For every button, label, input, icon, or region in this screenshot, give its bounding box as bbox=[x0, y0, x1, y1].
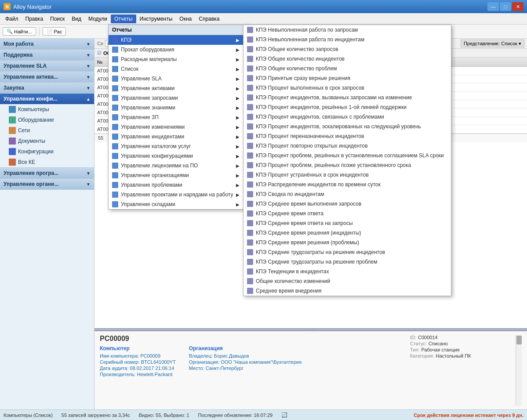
kpe-item-11[interactable]: КПЭ Процент инцидентов, эскалированных н… bbox=[244, 122, 451, 131]
kpe-item-6[interactable]: КПЭ Принятые сразу верные решения bbox=[244, 73, 451, 83]
menu-warehousemgmt[interactable]: Управление складами ▶ bbox=[109, 199, 248, 209]
menu-file[interactable]: Файл bbox=[2, 14, 22, 23]
menu-requestmgmt[interactable]: Управление запросами ▶ bbox=[109, 93, 248, 103]
menu-problemmgmt[interactable]: Управление проблемами ▶ bbox=[109, 180, 248, 190]
kpe-item-18[interactable]: КПЭ Сводка по инцидентам bbox=[244, 189, 451, 199]
menu-salarymgmt[interactable]: Управление ЗП ▶ bbox=[109, 112, 248, 122]
assetmgmt-label: Управление активами bbox=[121, 85, 174, 91]
detail-mfr-label: Производитель: bbox=[100, 372, 135, 377]
kpe-item-10[interactable]: КПЭ Процент инцидентов, связанных с проб… bbox=[244, 112, 451, 122]
sidebar-item-equipment[interactable]: Оборудование bbox=[0, 115, 94, 125]
representation-btn[interactable]: Представление: Список ▾ bbox=[461, 40, 524, 47]
kpe-item-12[interactable]: КПЭ Процент переназначенных инцидентов bbox=[244, 131, 451, 141]
sidebar-header-software[interactable]: Управление програ... ▼ bbox=[0, 168, 94, 178]
sidebar-item-allke[interactable]: Все КЕ bbox=[0, 157, 94, 167]
sidebar-header-orgs[interactable]: Управление органи... ▼ bbox=[0, 179, 94, 189]
status-warning: Срок действия лицензии истекает через 9 … bbox=[414, 413, 523, 418]
kpe-item-2[interactable]: КПЭ Невыполненная работа по инцидентам bbox=[244, 35, 451, 44]
kpe-item-21[interactable]: КПЭ Среднее время ответа на запросы bbox=[244, 218, 451, 228]
menu-knowledgemgmt[interactable]: Управление знаниями ▶ bbox=[109, 103, 248, 112]
menu-edit[interactable]: Правка bbox=[22, 14, 47, 23]
kpe-item-16[interactable]: КПЭ Процент устранённых в срок инциденто… bbox=[244, 170, 451, 180]
sidebar-header-support[interactable]: Поддержка ▼ bbox=[0, 50, 94, 60]
sidebar-allke-label: Все КЕ bbox=[18, 159, 35, 165]
menu-tools[interactable]: Инструменты bbox=[136, 14, 176, 23]
sidebar-item-documents[interactable]: Документы bbox=[0, 136, 94, 146]
rental-arrow: ▶ bbox=[236, 47, 240, 52]
warehousemgmt-icon bbox=[112, 201, 118, 207]
kpe-item-8[interactable]: КПЭ Процент инцидентов, вызванных запрос… bbox=[244, 93, 451, 102]
detail-owner-label: Владелец: bbox=[189, 353, 213, 358]
sidebar-header-mywork[interactable]: Моя работа ▼ bbox=[0, 39, 94, 49]
sidebar-header-sla[interactable]: Управление SLA ▼ bbox=[0, 61, 94, 71]
detail-main: PC00009 Компьютер Имя компьютера: PC0000… bbox=[100, 335, 401, 406]
sidebar-header-purchase[interactable]: Закупка ▼ bbox=[0, 83, 94, 93]
menu-consumables[interactable]: Расходные материалы ▶ bbox=[109, 54, 248, 64]
report-button[interactable]: 📄 Рас bbox=[43, 27, 66, 36]
sidebar-header-assets[interactable]: Управление актива... ▼ bbox=[0, 72, 94, 82]
detail-loc-label: Место: bbox=[189, 366, 204, 371]
menu-reports[interactable]: Отчеты bbox=[111, 14, 136, 23]
sidebar-header-config[interactable]: Управление конфи... ▲ bbox=[0, 94, 94, 104]
sidebar-item-configurations[interactable]: Конфигурации bbox=[0, 146, 94, 157]
kpe-item-1[interactable]: КПЭ Невыполненная работа по запросам bbox=[244, 25, 451, 35]
kpe12-label: КПЭ Процент переназначенных инцидентов bbox=[256, 133, 364, 139]
menu-help[interactable]: Справка bbox=[195, 14, 223, 23]
update-icon[interactable]: 🔄 bbox=[281, 412, 287, 418]
kpe-item-24[interactable]: КПЭ Средние трудозатраты на решение инци… bbox=[244, 247, 451, 257]
changemgmt-arrow: ▶ bbox=[236, 125, 240, 130]
menu-assetmgmt[interactable]: Управление активами ▶ bbox=[109, 83, 248, 93]
kpe24-label: КПЭ Средние трудозатраты на решение инци… bbox=[256, 249, 385, 255]
kpe25-icon bbox=[247, 259, 253, 265]
kpe-item-13[interactable]: КПЭ Процент повторно открытых инцидентов bbox=[244, 141, 451, 151]
kpe-item-17[interactable]: КПЭ Распределение инцидентов по времени … bbox=[244, 180, 451, 189]
menu-changemgmt[interactable]: Управление изменениями ▶ bbox=[109, 122, 248, 132]
menu-rental[interactable]: Прокат оборудования ▶ bbox=[109, 45, 248, 54]
menu-incidentmgmt[interactable]: Управление инцидентами ▶ bbox=[109, 132, 248, 141]
kpe-item-5[interactable]: КПЭ Общее количество проблем bbox=[244, 64, 451, 73]
kpe-submenu[interactable]: КПЭ Невыполненная работа по запросам КПЭ… bbox=[243, 25, 451, 296]
kpe16-label: КПЭ Процент устранённых в срок инциденто… bbox=[256, 172, 369, 178]
window-controls[interactable]: — □ ✕ bbox=[487, 2, 523, 11]
kpe25-label: КПЭ Средние трудозатраты на решение проб… bbox=[256, 259, 378, 265]
kpe-item-27[interactable]: Общее количество изменений bbox=[244, 276, 451, 286]
menu-orgmgmt[interactable]: Управление организациями ▶ bbox=[109, 170, 248, 180]
kpe-item-3[interactable]: КПЭ Общее количество запросов bbox=[244, 44, 451, 54]
sidebar-item-computers[interactable]: Компьютеры bbox=[0, 104, 94, 115]
kpe-item-26[interactable]: КПЭ Тенденции в инцидентах bbox=[244, 267, 451, 276]
kpe7-icon bbox=[247, 85, 253, 91]
menu-configmgmt[interactable]: Управление конфигурациями ▶ bbox=[109, 151, 248, 161]
kpe-item-28[interactable]: Среднее время внедрения bbox=[244, 286, 451, 296]
maximize-button[interactable]: □ bbox=[500, 2, 511, 11]
kpe-item-4[interactable]: КПЭ Общее количество инцидентов bbox=[244, 54, 451, 64]
kpe-item-22[interactable]: КПЭ Среднее время решения (инциденты) bbox=[244, 228, 451, 238]
kpe20-label: КПЭ Среднее время ответа bbox=[256, 210, 323, 217]
menu-slamgmt[interactable]: Управление SLA ▶ bbox=[109, 74, 248, 83]
detail-scrollbar[interactable] bbox=[516, 335, 522, 406]
kpe-item-7[interactable]: КПЭ Процент выполненных в срок запросов bbox=[244, 83, 451, 93]
menu-licensemgmt[interactable]: Управление лицензиями на ПО ▶ bbox=[109, 161, 248, 170]
kpe-item-25[interactable]: КПЭ Средние трудозатраты на решение проб… bbox=[244, 257, 451, 267]
close-button[interactable]: ✕ bbox=[512, 2, 523, 11]
menu-list[interactable]: Список ▶ bbox=[109, 64, 248, 74]
minimize-button[interactable]: — bbox=[487, 2, 499, 11]
reports-dropdown[interactable]: Отчеты КПЭ ▶ Прокат оборудования ▶ Расхо… bbox=[108, 25, 249, 210]
menu-windows[interactable]: Окна bbox=[176, 14, 195, 23]
kpe-item-19[interactable]: КПЭ Среднее время выполнения запросов bbox=[244, 199, 451, 209]
sidebar-item-networks[interactable]: Сети bbox=[0, 125, 94, 136]
kpe-item-20[interactable]: КПЭ Среднее время ответа bbox=[244, 209, 451, 218]
menu-catalogmgmt[interactable]: Управление каталогом услуг ▶ bbox=[109, 141, 248, 151]
menu-modules[interactable]: Модули bbox=[85, 14, 111, 23]
os-checkbox[interactable] bbox=[97, 50, 102, 56]
kpe-item-9[interactable]: КПЭ Процент инцидентов, решённых 1-ой ли… bbox=[244, 102, 451, 112]
kpe-item-15[interactable]: КПЭ Процент проблем, решённых позже уста… bbox=[244, 160, 451, 170]
menu-search[interactable]: Поиск bbox=[47, 14, 68, 23]
menu-projectmgmt[interactable]: Управление проектами и нарядами на работ… bbox=[109, 190, 248, 199]
menu-kpe[interactable]: КПЭ ▶ bbox=[109, 35, 248, 45]
report-label: Рас bbox=[54, 29, 62, 34]
menu-view[interactable]: Вид bbox=[68, 14, 85, 23]
find-button[interactable]: 🔍 Найти... bbox=[3, 27, 36, 36]
kpe-item-23[interactable]: КПЭ Среднее время решения (проблемы) bbox=[244, 238, 451, 247]
orgmgmt-icon bbox=[112, 172, 118, 178]
kpe-item-14[interactable]: КПЭ Процент проблем, решённых в установл… bbox=[244, 151, 451, 160]
